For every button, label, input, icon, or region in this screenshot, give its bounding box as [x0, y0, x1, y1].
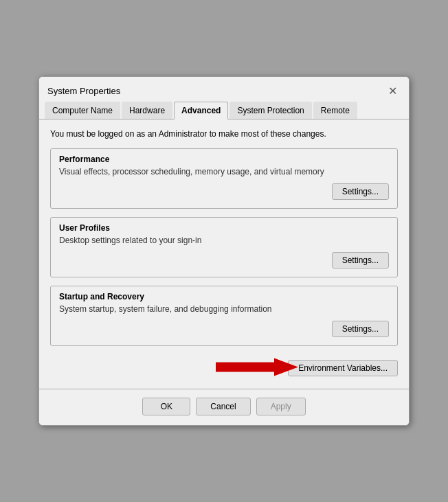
startup-recovery-description: System startup, system failure, and debu…: [59, 304, 389, 314]
system-properties-dialog: System Properties ✕ Computer Name Hardwa…: [38, 76, 410, 426]
performance-title: Performance: [59, 155, 389, 164]
user-profiles-title: User Profiles: [59, 223, 389, 233]
tab-content: You must be logged on as an Administrato…: [39, 119, 409, 389]
startup-recovery-footer: Settings...: [59, 321, 389, 337]
user-profiles-settings-button[interactable]: Settings...: [332, 252, 389, 269]
user-profiles-footer: Settings...: [59, 252, 389, 269]
tab-bar: Computer Name Hardware Advanced System P…: [39, 99, 409, 119]
title-bar: System Properties ✕: [39, 77, 409, 99]
tab-hardware[interactable]: Hardware: [122, 102, 172, 119]
svg-marker-0: [216, 358, 298, 376]
tab-advanced[interactable]: Advanced: [174, 102, 228, 119]
startup-recovery-settings-button[interactable]: Settings...: [332, 321, 389, 337]
tab-computer-name[interactable]: Computer Name: [45, 102, 120, 119]
performance-settings-button[interactable]: Settings...: [332, 183, 389, 200]
environment-variables-button[interactable]: Environment Variables...: [288, 360, 398, 376]
dialog-footer: OK Cancel Apply: [39, 389, 409, 425]
tab-system-protection[interactable]: System Protection: [229, 102, 311, 119]
user-profiles-group: User Profiles Desktop settings related t…: [50, 217, 398, 277]
dialog-title: System Properties: [47, 86, 120, 96]
red-arrow-icon: [216, 357, 298, 380]
performance-description: Visual effects, processor scheduling, me…: [59, 167, 389, 176]
cancel-button[interactable]: Cancel: [196, 398, 250, 415]
env-variables-section: Environment Variables...: [50, 354, 398, 379]
ok-button[interactable]: OK: [142, 398, 190, 415]
startup-recovery-group: Startup and Recovery System startup, sys…: [50, 286, 398, 346]
arrow-container: Environment Variables...: [50, 360, 398, 376]
apply-button[interactable]: Apply: [256, 398, 306, 415]
admin-note: You must be logged on as an Administrato…: [50, 129, 398, 139]
tab-remote[interactable]: Remote: [313, 102, 357, 119]
performance-footer: Settings...: [59, 183, 389, 200]
user-profiles-description: Desktop settings related to your sign-in: [59, 236, 389, 245]
startup-recovery-title: Startup and Recovery: [59, 292, 389, 301]
performance-group: Performance Visual effects, processor sc…: [50, 148, 398, 209]
close-button[interactable]: ✕: [384, 82, 401, 99]
